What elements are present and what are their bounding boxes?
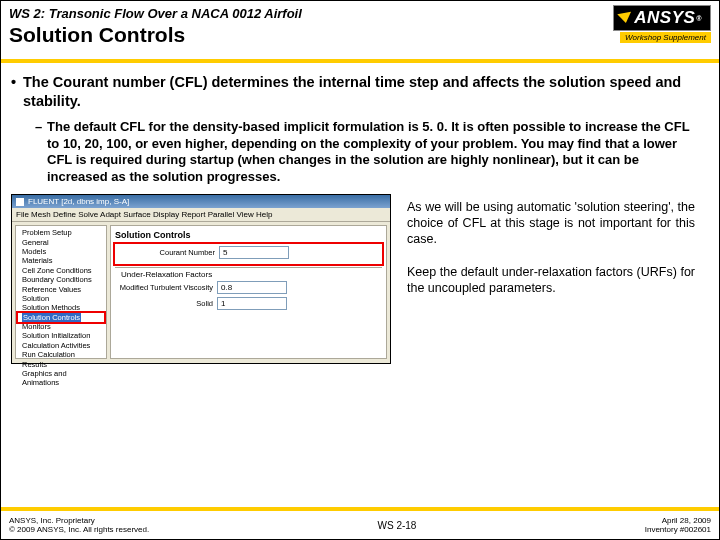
window-menubar[interactable]: File Mesh Define Solve Adapt Surface Dis…	[12, 208, 390, 222]
label-turb-visc: Modified Turbulent Viscosity	[115, 283, 213, 292]
solid-field[interactable]: 1	[217, 297, 287, 310]
outline-tree[interactable]: Problem Setup General Models Materials C…	[15, 225, 107, 359]
app-icon	[16, 198, 24, 206]
workshop-supplement-badge: Workshop Supplement	[620, 32, 711, 43]
label-solid: Solid	[115, 299, 213, 308]
bullet-sub: The default CFL for the density-based im…	[11, 111, 709, 187]
courant-number-group: Courant Number 5	[115, 244, 382, 264]
turb-viscosity-field[interactable]: 0.8	[217, 281, 287, 294]
aside-notes: As we will be using automatic 'solution …	[401, 194, 701, 314]
tree-item-solution-controls[interactable]: Solution Controls	[18, 313, 104, 322]
footer-right: April 28, 2009 Inventory #002601	[645, 516, 711, 534]
page-title: Solution Controls	[9, 23, 185, 47]
solution-controls-panel: Solution Controls Courant Number 5 Under…	[110, 225, 387, 359]
note-2: Keep the default under-relaxation factor…	[407, 265, 695, 296]
label-courant: Courant Number	[117, 248, 215, 257]
courant-number-field[interactable]: 5	[219, 246, 289, 259]
note-1: As we will be using automatic 'solution …	[407, 200, 695, 247]
screenshot-solution-controls: FLUENT [2d, dbns imp, S-A] File Mesh Def…	[11, 194, 391, 364]
window-titlebar: FLUENT [2d, dbns imp, S-A]	[12, 195, 390, 208]
panel-title: Solution Controls	[115, 230, 382, 240]
group-urf: Under-Relaxation Factors	[115, 270, 382, 279]
bullet-main: The Courant number (CFL) determines the …	[11, 73, 709, 111]
brand-logo: ANSYS® Workshop Supplement	[613, 5, 711, 43]
footer-page: WS 2-18	[378, 520, 417, 531]
footer-left: ANSYS, Inc. Proprietary © 2009 ANSYS, In…	[9, 516, 149, 534]
supertitle: WS 2: Transonic Flow Over a NACA 0012 Ai…	[1, 1, 719, 21]
